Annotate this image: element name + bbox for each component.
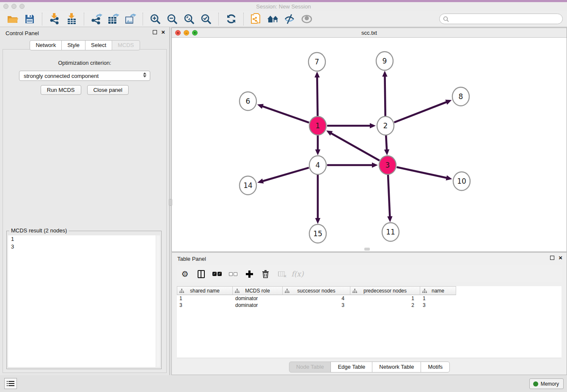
zoom-fit-button[interactable] [183, 13, 195, 25]
node-label-1: 1 [316, 121, 320, 130]
edge-3-11[interactable] [388, 174, 390, 217]
open-folder-icon [7, 14, 19, 24]
show-columns-button[interactable] [193, 268, 209, 280]
float-panel-icon[interactable] [153, 30, 157, 34]
export-image-icon [124, 14, 136, 25]
tab-motifs[interactable]: Motifs [421, 362, 450, 373]
arrowhead-icon [384, 149, 389, 155]
hide-selected-button[interactable] [284, 13, 296, 25]
function-builder-button[interactable]: f(x) [289, 268, 306, 280]
table-cell[interactable]: dominator [233, 302, 283, 309]
export-table-button[interactable] [107, 13, 120, 25]
edge-2-9[interactable] [385, 76, 385, 116]
edge-1-7[interactable] [317, 77, 317, 116]
edge-3-10[interactable] [396, 167, 446, 178]
table-cell[interactable]: dominator [233, 295, 283, 302]
zoom-selected-button[interactable] [200, 13, 212, 25]
column-header-shared-name[interactable]: shared name [177, 286, 233, 295]
table-cell[interactable]: 3 [283, 302, 350, 309]
tab-network-table[interactable]: Network Table [372, 362, 421, 373]
first-neighbors-button[interactable] [267, 13, 279, 25]
table-cell[interactable]: 3 [420, 302, 456, 309]
edge-1-6[interactable] [262, 106, 309, 123]
apply-layout-button[interactable] [225, 13, 237, 25]
delete-row-button[interactable] [257, 268, 273, 280]
column-label: successor nodes [297, 288, 335, 294]
vertical-scrollbar-thumb[interactable] [169, 199, 172, 206]
eye-icon [301, 14, 313, 24]
result-scrollbar[interactable] [156, 235, 160, 367]
column-header-successor-nodes[interactable]: successor nodes [283, 286, 350, 295]
float-table-panel-icon[interactable] [550, 256, 554, 260]
table-cell[interactable]: 1 [177, 295, 233, 302]
column-header-predecessor-nodes[interactable]: predecessor nodes [350, 286, 420, 295]
tab-network[interactable]: Network [30, 40, 62, 50]
zoom-out-button[interactable] [166, 13, 179, 25]
export-image-button[interactable] [124, 13, 137, 25]
mcds-result-box: MCDS result (2 nodes) 13 [6, 231, 162, 369]
table-cell[interactable]: 1 [350, 295, 420, 302]
columns-icon [198, 270, 205, 278]
task-history-button[interactable] [4, 378, 17, 389]
show-all-button[interactable] [300, 13, 313, 25]
run-mcds-button[interactable]: Run MCDS [41, 85, 81, 95]
arrowhead-icon [387, 216, 392, 222]
table-cell[interactable]: 2 [350, 302, 420, 309]
column-header-MCDS-role[interactable]: MCDS role [233, 286, 283, 295]
edge-3-1[interactable] [331, 133, 379, 161]
memory-status-icon [533, 381, 538, 386]
node-table[interactable]: 1dominator4113dominator323 [177, 286, 561, 358]
tab-edge-table[interactable]: Edge Table [330, 362, 372, 373]
import-table-button[interactable] [65, 13, 78, 25]
mcds-result-list[interactable]: 13 [8, 235, 160, 367]
save-session-button[interactable] [23, 13, 36, 25]
search-input[interactable] [451, 15, 562, 23]
unchecked-boxes-icon [229, 272, 237, 276]
refresh-icon [226, 14, 237, 24]
node-label-11: 11 [386, 228, 395, 236]
tab-mcds[interactable]: MCDS [112, 40, 140, 50]
table-settings-button[interactable]: ⚙ [177, 268, 193, 280]
node-label-6: 6 [246, 97, 250, 105]
clone-network-button[interactable] [250, 13, 262, 25]
table-panel: Table Panel × ⚙ ✓✓ [171, 252, 567, 375]
arrowhead-icon [382, 71, 387, 77]
arrowhead-icon [446, 175, 452, 180]
tab-style[interactable]: Style [61, 40, 85, 50]
edge-2-8[interactable] [394, 102, 447, 122]
network-canvas[interactable]: 7968124314101511 [172, 38, 567, 251]
network-window-titlebar[interactable]: × – + scc.txt [172, 28, 567, 38]
table-cell[interactable]: 3 [177, 302, 233, 309]
tab-node-table[interactable]: Node Table [289, 362, 331, 373]
chevron-up-down-icon [143, 72, 146, 77]
memory-button[interactable]: Memory [529, 378, 564, 389]
delete-table-icon [278, 271, 285, 276]
open-session-button[interactable] [6, 13, 19, 25]
add-row-button[interactable] [241, 268, 257, 280]
zoom-in-button[interactable] [149, 13, 162, 25]
table-row[interactable]: 3dominator323 [177, 302, 561, 309]
close-panel-icon[interactable]: × [161, 30, 165, 34]
network-graph[interactable]: 7968124314101511 [172, 38, 567, 251]
tab-select[interactable]: Select [85, 40, 112, 50]
search-icon [443, 16, 449, 22]
search-box[interactable] [439, 14, 563, 24]
table-toolbar: ⚙ ✓✓ f(x) [177, 265, 561, 282]
houses-icon [267, 14, 279, 24]
criterion-select-value: strongly connected component [24, 73, 99, 79]
table-cell[interactable]: 4 [283, 295, 350, 302]
export-network-button[interactable] [90, 13, 103, 25]
edge-4-14[interactable] [263, 168, 309, 181]
select-all-button[interactable]: ✓✓ [209, 268, 225, 280]
import-network-button[interactable] [48, 13, 61, 25]
criterion-select[interactable]: strongly connected component [19, 71, 150, 81]
edge-2-3[interactable] [386, 135, 387, 150]
table-cell[interactable]: 1 [420, 295, 456, 302]
close-table-panel-icon[interactable]: × [559, 256, 562, 260]
deselect-all-button[interactable] [225, 268, 241, 280]
delete-table-button[interactable] [273, 268, 289, 280]
column-header-name[interactable]: name [420, 286, 456, 295]
close-panel-button[interactable]: Close panel [87, 85, 129, 95]
horizontal-scrollbar-thumb[interactable] [364, 248, 370, 251]
table-row[interactable]: 1dominator411 [177, 295, 561, 302]
